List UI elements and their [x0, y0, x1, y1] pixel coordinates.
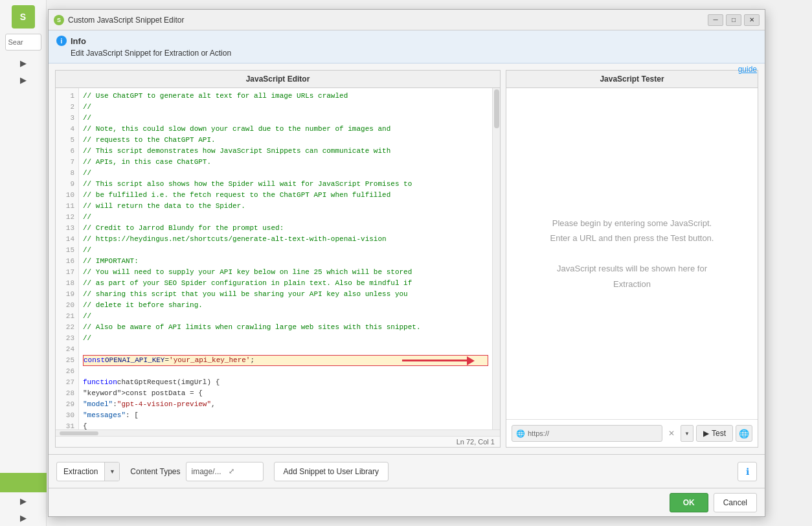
url-bar[interactable]: 🌐 https://	[512, 425, 662, 442]
tester-footer: 🌐 https:// ✕ ▼ ▶ Test 🌐	[506, 419, 758, 447]
tester-panel-header: JavaScript Tester	[506, 71, 758, 88]
code-line-2[interactable]: //	[83, 102, 488, 113]
code-line-30[interactable]: "messages": [	[83, 410, 488, 421]
vertical-scrollbar[interactable]	[492, 88, 500, 429]
sidebar-active-item	[0, 473, 47, 492]
code-line-5[interactable]: // requests to the ChatGPT API.	[83, 135, 488, 146]
line-number-12: 12	[56, 212, 78, 223]
minimize-button[interactable]: ─	[708, 14, 723, 26]
line-numbers: 1234567891011121314151617181920212223242…	[56, 88, 79, 429]
extraction-dropdown-arrow[interactable]: ▼	[105, 463, 119, 481]
guide-link[interactable]: guide	[738, 65, 757, 74]
code-line-13[interactable]: // Credit to Jarrod Blundy for the promp…	[83, 223, 488, 234]
line-number-25: 25	[56, 355, 78, 366]
code-line-6[interactable]: // This script demonstrates how JavaScri…	[83, 146, 488, 157]
code-line-14[interactable]: // https://heydingus.net/shortcuts/gener…	[83, 234, 488, 245]
code-line-10[interactable]: // be fulfilled i.e. the fetch request t…	[83, 190, 488, 201]
dialog-window: S Custom JavaScript Snippet Editor ─ □ ✕…	[48, 9, 765, 517]
line-number-16: 16	[56, 256, 78, 267]
globe-settings-button[interactable]: 🌐	[736, 425, 752, 442]
dialog-titlebar: S Custom JavaScript Snippet Editor ─ □ ✕	[49, 10, 765, 30]
line-number-9: 9	[56, 179, 78, 190]
line-number-4: 4	[56, 124, 78, 135]
code-line-8[interactable]: //	[83, 168, 488, 179]
code-content[interactable]: // Use ChatGPT to generate alt text for …	[79, 88, 492, 429]
sidebar-search-label: https:// Sear	[5, 34, 41, 51]
line-number-27: 27	[56, 377, 78, 388]
url-text[interactable]: https://	[528, 429, 549, 437]
tester-panel: JavaScript Tester Please begin by enteri…	[506, 70, 758, 448]
app-icon: S	[54, 15, 64, 25]
code-line-21[interactable]: //	[83, 311, 488, 322]
line-number-6: 6	[56, 146, 78, 157]
tester-line2: Enter a URL and then press the Test butt…	[550, 231, 714, 246]
content-types-expand-icon[interactable]: ⤢	[225, 465, 238, 478]
sidebar-expand-1[interactable]: ▶	[17, 56, 30, 69]
info-circle-button[interactable]: ℹ	[738, 462, 757, 481]
dialog-actions: OK Cancel	[49, 488, 765, 516]
line-number-31: 31	[56, 421, 78, 429]
maximize-button[interactable]: □	[726, 14, 741, 26]
code-line-17[interactable]: // You will need to supply your API key …	[83, 267, 488, 278]
info-title: i Info	[56, 36, 757, 46]
cancel-button[interactable]: Cancel	[714, 493, 757, 512]
code-line-23[interactable]: //	[83, 333, 488, 344]
content-types-label: Content Types	[130, 467, 180, 476]
scrollbar-thumb[interactable]	[494, 89, 499, 128]
horizontal-scrollbar[interactable]	[56, 429, 500, 436]
line-number-24: 24	[56, 344, 78, 355]
code-line-19[interactable]: // sharing this script that you will be …	[83, 289, 488, 300]
code-line-4[interactable]: // Note, this could slow down your crawl…	[83, 124, 488, 135]
dialog-title: Custom JavaScript Snippet Editor	[68, 16, 704, 25]
extraction-dropdown[interactable]: Extraction ▼	[56, 462, 120, 481]
code-line-15[interactable]: //	[83, 245, 488, 256]
line-number-29: 29	[56, 399, 78, 410]
code-line-24[interactable]	[83, 344, 488, 355]
code-line-7[interactable]: // APIs, in this case ChatGPT.	[83, 157, 488, 168]
code-line-29[interactable]: "model": "gpt-4-vision-preview",	[83, 399, 488, 410]
editor-body[interactable]: 1234567891011121314151617181920212223242…	[56, 88, 500, 429]
h-scrollbar-thumb[interactable]	[60, 431, 98, 435]
sidebar: S https:// Sear ▶ ▶ ▶ ▶	[0, 0, 47, 526]
sidebar-expand-2[interactable]: ▶	[17, 73, 30, 86]
bottom-bar: Extraction ▼ Content Types image/... ⤢ A…	[49, 454, 765, 488]
url-dropdown-button[interactable]: ▼	[681, 425, 694, 442]
code-line-28[interactable]: "keyword">const postData = {	[83, 388, 488, 399]
code-line-3[interactable]: //	[83, 113, 488, 124]
url-clear-button[interactable]: ✕	[665, 425, 678, 442]
tester-placeholder: Please begin by entering some JavaScript…	[550, 216, 714, 292]
test-button[interactable]: ▶ Test	[696, 425, 733, 442]
editor-status: Ln 72, Col 1	[56, 436, 500, 447]
content-types-input[interactable]: image/... ⤢	[186, 462, 264, 481]
add-snippet-button[interactable]: Add Snippet to User Library	[274, 462, 389, 481]
editor-panel: JavaScript Editor 1234567891011121314151…	[55, 70, 501, 448]
tester-body: Please begin by entering some JavaScript…	[506, 88, 758, 419]
tester-line1: Please begin by entering some JavaScript…	[550, 216, 714, 231]
code-line-20[interactable]: // delete it before sharing.	[83, 300, 488, 311]
code-line-31[interactable]: {	[83, 421, 488, 429]
line-number-13: 13	[56, 223, 78, 234]
line-number-3: 3	[56, 113, 78, 124]
code-line-22[interactable]: // Also be aware of API limits when craw…	[83, 322, 488, 333]
line-number-23: 23	[56, 333, 78, 344]
line-number-1: 1	[56, 91, 78, 102]
code-line-18[interactable]: // as part of your SEO Spider configurat…	[83, 278, 488, 289]
red-arrow-annotation	[402, 356, 475, 365]
tester-line3: JavaScript results will be shown here fo…	[550, 261, 714, 276]
line-number-26: 26	[56, 366, 78, 377]
code-line-12[interactable]: //	[83, 212, 488, 223]
line-number-19: 19	[56, 289, 78, 300]
code-line-26[interactable]	[83, 366, 488, 377]
code-line-1[interactable]: // Use ChatGPT to generate alt text for …	[83, 91, 488, 102]
sidebar-expand-3[interactable]: ▶	[17, 494, 30, 507]
code-line-27[interactable]: function chatGptRequest(imgUrl) {	[83, 377, 488, 388]
code-line-9[interactable]: // This script also shows how the Spider…	[83, 179, 488, 190]
line-number-7: 7	[56, 157, 78, 168]
code-line-16[interactable]: // IMPORTANT:	[83, 256, 488, 267]
code-line-11[interactable]: // will return the data to the Spider.	[83, 201, 488, 212]
sidebar-expand-4[interactable]: ▶	[17, 511, 30, 524]
ok-button[interactable]: OK	[670, 493, 708, 512]
close-button[interactable]: ✕	[744, 14, 760, 26]
line-number-20: 20	[56, 300, 78, 311]
code-line-25[interactable]: const OPENAI_API_KEY = 'your_api_key_her…	[83, 355, 488, 366]
